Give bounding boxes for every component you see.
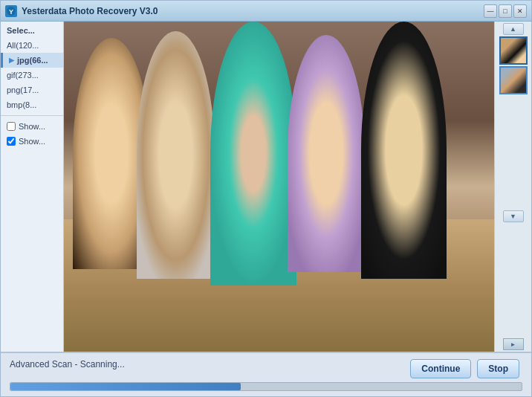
photo-preview <box>64 22 494 352</box>
bottom-buttons: Continue Stop <box>410 359 522 378</box>
thumb-scroll-down-button[interactable]: ▼ <box>503 210 524 222</box>
sidebar-item-gif-label: gif(273... <box>7 71 39 80</box>
minimize-button[interactable]: — <box>484 4 497 18</box>
sidebar-item-jpg[interactable]: ▶ jpg(66... <box>1 53 63 68</box>
show2-label: Show... <box>19 137 45 146</box>
app-icon: Y <box>5 5 17 17</box>
continue-button[interactable]: Continue <box>410 359 471 378</box>
thumbnail-2[interactable] <box>499 66 528 94</box>
status-text: Advanced Scan - Scanning... <box>10 359 125 369</box>
sidebar-checkbox-show1[interactable]: Show... <box>1 119 63 134</box>
sidebar-section-label: Selec... <box>1 22 63 38</box>
scroll-up-icon: ▲ <box>510 25 516 33</box>
show2-checkbox[interactable] <box>7 137 16 146</box>
sidebar-item-png-label: png(17... <box>7 85 39 94</box>
sidebar-item-jpg-label: jpg(66... <box>17 56 48 65</box>
sidebar-item-bmp-label: bmp(8... <box>7 100 36 109</box>
preview-area <box>64 22 494 352</box>
footer-status-bar: Advanced Scan - Scanning... Continue Sto… <box>1 352 531 396</box>
arrow-right-icon: ► <box>510 341 516 348</box>
close-button[interactable]: ✕ <box>513 4 527 18</box>
svg-text:Y: Y <box>9 8 13 16</box>
title-bar-left: Y Yesterdata Photo Recovery V3.0 <box>5 5 158 17</box>
show1-label: Show... <box>19 122 45 131</box>
title-bar: Y Yesterdata Photo Recovery V3.0 — □ ✕ <box>1 1 531 22</box>
sidebar-item-gif[interactable]: gif(273... <box>1 68 63 83</box>
sidebar-checkbox-show2[interactable]: Show... <box>1 134 63 149</box>
thumbnail-2-image <box>501 68 526 93</box>
progress-row <box>10 382 522 391</box>
thumbnail-panel: ▲ ▼ ► <box>494 22 531 352</box>
thumb-arrow-button[interactable]: ► <box>503 338 524 350</box>
thumbnail-1-image <box>501 38 526 63</box>
main-window: Y Yesterdata Photo Recovery V3.0 — □ ✕ S… <box>0 0 532 397</box>
person-4 <box>288 35 365 273</box>
sidebar-divider <box>1 115 63 116</box>
sidebar: Selec... All(120... ▶ jpg(66... gif(273.… <box>1 22 64 352</box>
sidebar-item-png[interactable]: png(17... <box>1 83 63 97</box>
person-5 <box>361 22 447 279</box>
person-3 <box>210 22 296 285</box>
scroll-down-icon: ▼ <box>510 213 516 220</box>
main-content <box>64 22 494 352</box>
stop-button[interactable]: Stop <box>477 359 519 378</box>
person-2 <box>137 31 214 279</box>
title-bar-buttons: — □ ✕ <box>484 4 527 18</box>
content-area: Selec... All(120... ▶ jpg(66... gif(273.… <box>1 22 531 352</box>
maximize-button[interactable]: □ <box>499 4 512 18</box>
sidebar-item-jpg-arrow: ▶ <box>9 57 14 64</box>
show1-checkbox[interactable] <box>7 122 16 131</box>
sidebar-item-all-label: All(120... <box>7 41 39 50</box>
progress-bar-container <box>10 382 522 391</box>
window-title: Yesterdata Photo Recovery V3.0 <box>22 6 158 16</box>
thumb-scroll-up-button[interactable]: ▲ <box>503 23 524 35</box>
sidebar-item-all[interactable]: All(120... <box>1 38 63 53</box>
sidebar-item-bmp[interactable]: bmp(8... <box>1 97 63 112</box>
thumbnail-1[interactable] <box>499 36 528 65</box>
progress-bar-fill <box>10 383 241 390</box>
